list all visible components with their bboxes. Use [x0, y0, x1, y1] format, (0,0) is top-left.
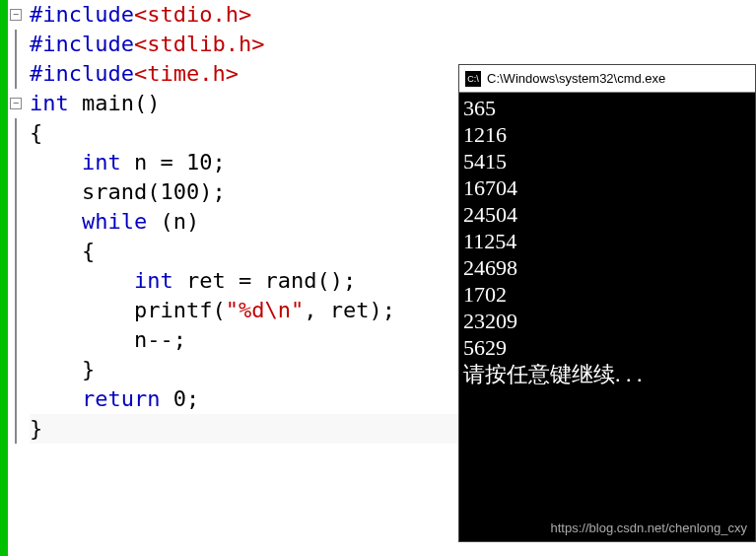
- cmd-output[interactable]: 3651216541516704245041125424698170223209…: [459, 93, 755, 541]
- fold-column[interactable]: −−: [8, 0, 26, 556]
- code-line[interactable]: printf("%d\n", ret);: [30, 296, 463, 325]
- code-token: int: [82, 150, 121, 174]
- code-token: [30, 209, 82, 234]
- code-token: [69, 91, 82, 115]
- code-token: n = 10;: [121, 150, 226, 174]
- code-line[interactable]: {: [30, 118, 463, 148]
- code-token: main(): [82, 91, 160, 115]
- code-line[interactable]: #include<time.h>: [30, 59, 463, 89]
- code-token: while: [82, 209, 147, 234]
- code-token: printf(: [30, 298, 226, 322]
- code-line[interactable]: #include<stdlib.h>: [30, 30, 463, 59]
- code-token: return: [82, 386, 160, 411]
- code-token: 0;: [160, 386, 199, 411]
- fold-toggle-icon[interactable]: −: [10, 9, 22, 21]
- code-token: }: [30, 357, 95, 382]
- code-line[interactable]: srand(100);: [30, 177, 463, 207]
- console-line: 请按任意键继续. . .: [463, 361, 751, 387]
- code-editor[interactable]: −− #include<stdio.h>#include<stdlib.h>#i…: [0, 0, 463, 556]
- code-token: ret = rand();: [173, 268, 356, 293]
- code-line[interactable]: int main(): [30, 89, 463, 118]
- code-line[interactable]: int ret = rand();: [30, 266, 463, 296]
- console-line: 23209: [463, 308, 751, 334]
- code-token: [30, 150, 82, 174]
- code-token: [30, 386, 82, 411]
- code-token: #include: [30, 32, 134, 56]
- code-token: int: [134, 268, 173, 293]
- watermark-text: https://blog.csdn.net/chenlong_cxy: [551, 521, 747, 535]
- cmd-title-text: C:\Windows\system32\cmd.exe: [487, 71, 665, 86]
- console-line: 1702: [463, 281, 751, 308]
- code-token: {: [30, 120, 42, 145]
- code-token: int: [30, 91, 69, 115]
- code-line[interactable]: }: [30, 414, 463, 444]
- code-line[interactable]: {: [30, 237, 463, 266]
- code-token: {: [30, 239, 95, 263]
- code-token: <stdlib.h>: [134, 32, 264, 56]
- fold-guide-line: [15, 118, 17, 444]
- code-token: }: [30, 416, 42, 441]
- cmd-window[interactable]: C:\ C:\Windows\system32\cmd.exe 36512165…: [458, 64, 756, 542]
- code-area[interactable]: #include<stdio.h>#include<stdlib.h>#incl…: [26, 0, 463, 556]
- code-token: n--;: [30, 327, 186, 352]
- code-line[interactable]: return 0;: [30, 384, 463, 414]
- fold-guide-line: [15, 30, 17, 89]
- cmd-icon: C:\: [465, 71, 481, 87]
- console-line: 16704: [463, 174, 751, 201]
- console-line: 365: [463, 95, 751, 121]
- code-line[interactable]: #include<stdio.h>: [30, 0, 463, 30]
- code-line[interactable]: n--;: [30, 325, 463, 355]
- code-token: "%d\n": [226, 298, 304, 322]
- code-token: (n): [147, 209, 199, 234]
- console-line: 5629: [463, 334, 751, 361]
- code-token: <stdio.h>: [134, 2, 251, 27]
- console-line: 24504: [463, 201, 751, 228]
- code-token: <time.h>: [134, 61, 239, 86]
- change-gutter: [0, 0, 8, 556]
- code-line[interactable]: int n = 10;: [30, 148, 463, 177]
- console-line: 24698: [463, 254, 751, 281]
- code-token: , ret);: [304, 298, 395, 322]
- console-line: 11254: [463, 228, 751, 254]
- fold-toggle-icon[interactable]: −: [10, 98, 22, 109]
- code-token: [30, 268, 134, 293]
- code-token: #include: [30, 2, 134, 27]
- code-line[interactable]: while (n): [30, 207, 463, 237]
- console-line: 5415: [463, 148, 751, 174]
- code-token: srand(100);: [30, 179, 226, 204]
- code-token: #include: [30, 61, 134, 86]
- cmd-titlebar[interactable]: C:\ C:\Windows\system32\cmd.exe: [459, 65, 755, 93]
- console-line: 1216: [463, 121, 751, 148]
- code-line[interactable]: }: [30, 355, 463, 384]
